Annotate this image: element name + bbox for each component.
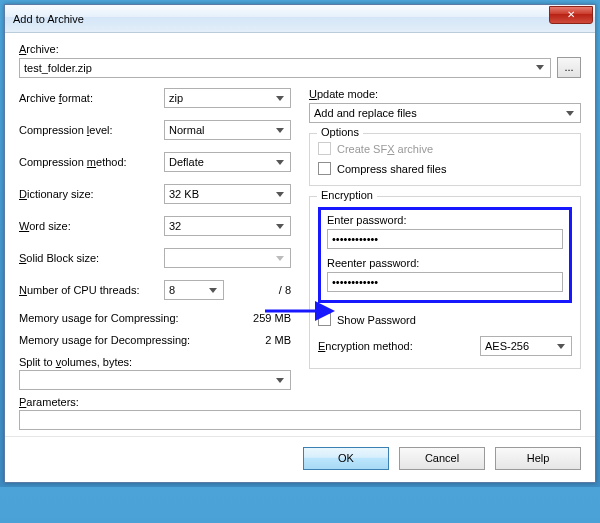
level-label: Compression level:	[19, 124, 164, 136]
chevron-down-icon	[562, 106, 577, 121]
dict-combo[interactable]: 32 KB	[164, 184, 291, 204]
word-combo[interactable]: 32	[164, 216, 291, 236]
chevron-down-icon	[272, 219, 287, 234]
help-button[interactable]: Help	[495, 447, 581, 470]
mem-decomp-label: Memory usage for Decompressing:	[19, 334, 231, 346]
reenter-password-label: Reenter password:	[327, 257, 563, 269]
chevron-down-icon	[532, 61, 547, 76]
browse-button[interactable]: ...	[557, 57, 581, 78]
params-label: Parameters:	[19, 396, 581, 408]
chevron-down-icon	[553, 339, 568, 354]
block-label: Solid Block size:	[19, 252, 164, 264]
chevron-down-icon	[272, 187, 287, 202]
sfx-label: Create SFX archive	[337, 143, 433, 155]
threads-max: / 8	[230, 284, 291, 296]
format-label: Archive format:	[19, 92, 164, 104]
mem-comp-value: 259 MB	[231, 312, 291, 324]
show-password-checkbox[interactable]	[318, 313, 331, 326]
password-highlight: Enter password: Reenter password:	[318, 207, 572, 303]
method-label: Compression method:	[19, 156, 164, 168]
enter-password-label: Enter password:	[327, 214, 563, 226]
mem-decomp-value: 2 MB	[231, 334, 291, 346]
shared-label: Compress shared files	[337, 163, 446, 175]
titlebar: Add to Archive ✕	[5, 5, 595, 33]
archive-path-value: test_folder.zip	[24, 62, 92, 74]
options-legend: Options	[317, 126, 363, 138]
close-button[interactable]: ✕	[549, 6, 593, 24]
ok-button[interactable]: OK	[303, 447, 389, 470]
shared-checkbox[interactable]	[318, 162, 331, 175]
split-label: Split to volumes, bytes:	[19, 356, 291, 368]
chevron-down-icon	[272, 251, 287, 266]
encryption-group: Encryption Enter password: Reenter passw…	[309, 196, 581, 369]
cancel-button[interactable]: Cancel	[399, 447, 485, 470]
dict-label: Dictionary size:	[19, 188, 164, 200]
threads-combo[interactable]: 8	[164, 280, 224, 300]
encryption-legend: Encryption	[317, 189, 377, 201]
format-combo[interactable]: zip	[164, 88, 291, 108]
window-title: Add to Archive	[13, 13, 549, 25]
chevron-down-icon	[272, 91, 287, 106]
reenter-password-input[interactable]	[327, 272, 563, 292]
split-combo[interactable]	[19, 370, 291, 390]
options-group: Options Create SFX archive Compress shar…	[309, 133, 581, 186]
block-combo	[164, 248, 291, 268]
params-input[interactable]	[19, 410, 581, 430]
method-combo[interactable]: Deflate	[164, 152, 291, 172]
mem-comp-label: Memory usage for Compressing:	[19, 312, 231, 324]
level-combo[interactable]: Normal	[164, 120, 291, 140]
enter-password-input[interactable]	[327, 229, 563, 249]
dialog-window: Add to Archive ✕ Archive: test_folder.zi…	[4, 4, 596, 483]
word-label: Word size:	[19, 220, 164, 232]
update-combo[interactable]: Add and replace files	[309, 103, 581, 123]
sfx-checkbox	[318, 142, 331, 155]
enc-method-label: Encryption method:	[318, 340, 413, 352]
chevron-down-icon	[205, 283, 220, 298]
update-label: Update mode:	[309, 88, 581, 100]
chevron-down-icon	[272, 123, 287, 138]
enc-method-combo[interactable]: AES-256	[480, 336, 572, 356]
chevron-down-icon	[272, 373, 287, 388]
threads-label: Number of CPU threads:	[19, 284, 164, 296]
chevron-down-icon	[272, 155, 287, 170]
show-password-label: Show Password	[337, 314, 416, 326]
archive-path-combo[interactable]: test_folder.zip	[19, 58, 551, 78]
archive-label: Archive:	[19, 43, 581, 55]
button-bar: OK Cancel Help	[5, 436, 595, 482]
